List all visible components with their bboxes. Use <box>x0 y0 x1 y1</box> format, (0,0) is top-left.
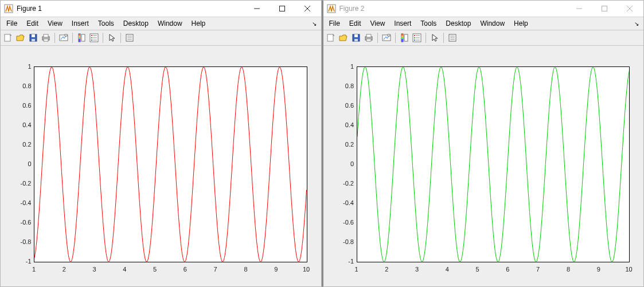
menu-item-window[interactable]: Window <box>475 18 509 29</box>
insert-legend-icon[interactable] <box>88 32 100 44</box>
y-tick-label: 0.4 <box>337 121 354 128</box>
insert-legend-icon[interactable] <box>411 32 423 44</box>
open-icon[interactable] <box>338 32 349 44</box>
x-tick-label: 2 <box>385 266 388 273</box>
menu-item-window[interactable]: Window <box>153 18 187 29</box>
edit-plot-icon[interactable] <box>106 32 118 44</box>
window-title: Figure 1 <box>17 5 244 13</box>
minimize-button[interactable] <box>244 1 270 17</box>
close-button[interactable] <box>295 1 320 17</box>
window-controls <box>567 1 642 17</box>
svg-rect-11 <box>44 39 48 41</box>
open-property-inspector-icon[interactable] <box>447 32 458 44</box>
save-icon[interactable] <box>28 32 39 44</box>
y-tick-label: 0 <box>337 160 354 167</box>
axes[interactable]: -1-0.8-0.6-0.4-0.200.20.40.60.8112345678… <box>17 62 313 273</box>
svg-rect-7 <box>32 34 35 37</box>
open-property-inspector-icon[interactable] <box>124 32 135 44</box>
svg-rect-41 <box>401 36 403 37</box>
menu-item-view[interactable]: View <box>366 18 390 29</box>
menu-item-insert[interactable]: Insert <box>389 18 416 29</box>
matlab-app-icon <box>4 4 13 13</box>
x-tick-label: 1 <box>354 266 358 273</box>
svg-rect-27 <box>602 6 607 11</box>
toolbar-separator <box>426 33 426 43</box>
insert-colorbar-icon[interactable] <box>399 32 410 44</box>
line-series <box>34 67 307 262</box>
svg-rect-43 <box>401 39 403 42</box>
svg-rect-47 <box>414 37 415 38</box>
print-icon[interactable] <box>363 32 374 44</box>
plot-area: -1-0.8-0.6-0.4-0.200.20.40.60.8112345678… <box>1 46 321 286</box>
menu-item-desktop[interactable]: Desktop <box>119 18 153 29</box>
x-tick-label: 5 <box>153 266 157 273</box>
new-figure-icon[interactable] <box>325 32 337 44</box>
titlebar[interactable]: Figure 2 <box>323 1 644 17</box>
toolbar <box>323 30 644 46</box>
print-icon[interactable] <box>40 32 52 44</box>
link-axes-icon[interactable] <box>381 32 392 44</box>
svg-rect-48 <box>414 40 415 41</box>
matlab-app-icon <box>327 4 336 13</box>
menu-item-insert[interactable]: Insert <box>67 18 93 29</box>
menu-item-tools[interactable]: Tools <box>93 18 119 29</box>
insert-colorbar-icon[interactable] <box>76 32 87 44</box>
y-tick-label: 0.8 <box>337 82 354 89</box>
svg-rect-38 <box>388 34 390 36</box>
link-axes-icon[interactable] <box>58 32 69 44</box>
x-tick-label: 6 <box>506 266 509 273</box>
maximize-button[interactable] <box>592 1 617 17</box>
open-icon[interactable] <box>15 32 26 44</box>
menu-item-help[interactable]: Help <box>187 18 210 29</box>
titlebar[interactable]: Figure 1 <box>1 1 321 17</box>
menu-item-edit[interactable]: Edit <box>22 18 43 29</box>
menu-item-help[interactable]: Help <box>509 18 533 29</box>
x-tick-label: 10 <box>303 266 310 273</box>
y-tick-label: 0.8 <box>14 82 32 89</box>
menu-overflow-icon[interactable]: ↘ <box>631 21 642 27</box>
svg-rect-44 <box>404 34 408 41</box>
svg-rect-10 <box>44 34 48 37</box>
x-tick-label: 8 <box>567 266 570 273</box>
edit-plot-icon[interactable] <box>429 32 440 44</box>
minimize-button[interactable] <box>567 1 592 17</box>
svg-rect-22 <box>91 37 92 38</box>
new-figure-icon[interactable] <box>2 32 14 44</box>
x-tick-label: 9 <box>274 266 278 273</box>
y-tick-label: -0.4 <box>337 199 354 206</box>
svg-rect-46 <box>414 35 415 36</box>
menu-item-file[interactable]: File <box>2 18 22 29</box>
menu-item-file[interactable]: File <box>325 18 345 29</box>
menubar: FileEditViewInsertToolsDesktopWindowHelp… <box>323 17 644 30</box>
menu-item-desktop[interactable]: Desktop <box>441 18 475 29</box>
toolbar-separator <box>72 33 73 43</box>
y-tick-label: 0.6 <box>14 102 32 109</box>
y-tick-label: 0.2 <box>14 141 32 148</box>
svg-rect-19 <box>81 34 85 41</box>
axes[interactable]: -1-0.8-0.6-0.4-0.200.20.40.60.8112345678… <box>339 62 636 273</box>
svg-rect-18 <box>79 39 80 42</box>
axes-box <box>34 66 307 262</box>
svg-rect-40 <box>401 34 403 36</box>
y-tick-label: 0 <box>14 160 32 167</box>
y-tick-label: -0.6 <box>337 219 354 226</box>
x-tick-label: 10 <box>625 266 632 273</box>
menu-overflow-icon[interactable]: ↘ <box>309 21 320 27</box>
save-icon[interactable] <box>350 32 362 44</box>
close-button[interactable] <box>617 1 642 17</box>
plot-area: -1-0.8-0.6-0.4-0.200.20.40.60.8112345678… <box>323 46 644 286</box>
toolbar <box>1 30 321 46</box>
x-tick-label: 1 <box>32 266 36 273</box>
menu-item-view[interactable]: View <box>43 18 67 29</box>
y-tick-label: -0.8 <box>14 238 32 245</box>
x-tick-label: 3 <box>415 266 419 273</box>
svg-rect-42 <box>401 37 403 39</box>
menu-item-edit[interactable]: Edit <box>345 18 366 29</box>
y-tick-label: -0.6 <box>14 219 32 226</box>
window-title: Figure 2 <box>339 5 567 13</box>
axes-box <box>357 66 630 262</box>
menu-item-tools[interactable]: Tools <box>416 18 441 29</box>
maximize-button[interactable] <box>270 1 295 17</box>
svg-rect-13 <box>65 34 67 36</box>
toolbar-separator <box>395 33 396 43</box>
